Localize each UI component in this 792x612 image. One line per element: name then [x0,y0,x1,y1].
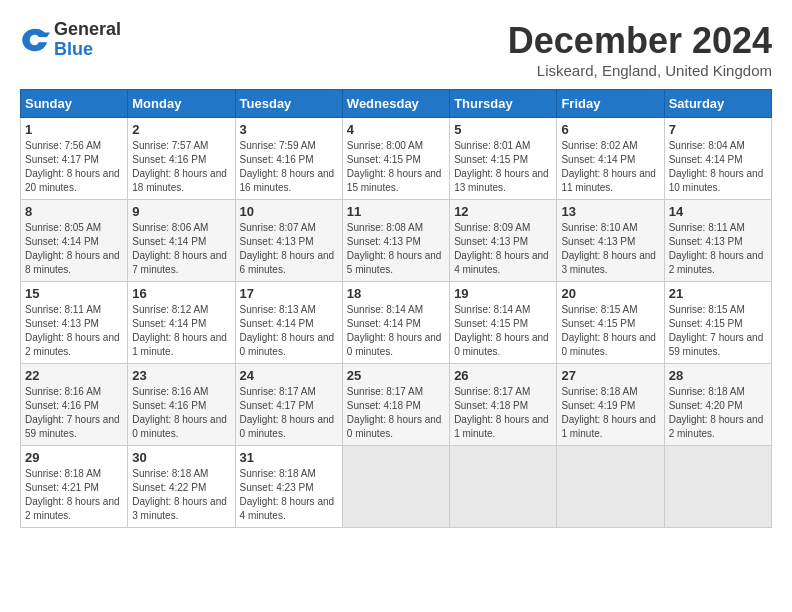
day-number: 23 [132,368,230,383]
day-cell: 13 Sunrise: 8:10 AM Sunset: 4:13 PM Dayl… [557,200,664,282]
day-cell: 30 Sunrise: 8:18 AM Sunset: 4:22 PM Dayl… [128,446,235,528]
header-day-saturday: Saturday [664,90,771,118]
day-number: 7 [669,122,767,137]
day-detail: Sunrise: 8:00 AM Sunset: 4:15 PM Dayligh… [347,139,445,195]
day-cell: 14 Sunrise: 8:11 AM Sunset: 4:13 PM Dayl… [664,200,771,282]
day-cell: 20 Sunrise: 8:15 AM Sunset: 4:15 PM Dayl… [557,282,664,364]
day-number: 4 [347,122,445,137]
day-detail: Sunrise: 8:02 AM Sunset: 4:14 PM Dayligh… [561,139,659,195]
day-number: 8 [25,204,123,219]
day-detail: Sunrise: 8:05 AM Sunset: 4:14 PM Dayligh… [25,221,123,277]
day-number: 2 [132,122,230,137]
logo: General Blue [20,20,121,60]
day-cell: 28 Sunrise: 8:18 AM Sunset: 4:20 PM Dayl… [664,364,771,446]
day-detail: Sunrise: 8:17 AM Sunset: 4:18 PM Dayligh… [347,385,445,441]
logo-text: General Blue [54,20,121,60]
day-cell: 27 Sunrise: 8:18 AM Sunset: 4:19 PM Dayl… [557,364,664,446]
week-row-4: 22 Sunrise: 8:16 AM Sunset: 4:16 PM Dayl… [21,364,772,446]
day-cell: 25 Sunrise: 8:17 AM Sunset: 4:18 PM Dayl… [342,364,449,446]
day-number: 26 [454,368,552,383]
day-cell: 31 Sunrise: 8:18 AM Sunset: 4:23 PM Dayl… [235,446,342,528]
day-cell [342,446,449,528]
day-number: 19 [454,286,552,301]
day-detail: Sunrise: 8:18 AM Sunset: 4:22 PM Dayligh… [132,467,230,523]
day-detail: Sunrise: 8:12 AM Sunset: 4:14 PM Dayligh… [132,303,230,359]
header-day-friday: Friday [557,90,664,118]
day-detail: Sunrise: 8:15 AM Sunset: 4:15 PM Dayligh… [669,303,767,359]
day-cell: 9 Sunrise: 8:06 AM Sunset: 4:14 PM Dayli… [128,200,235,282]
day-cell: 16 Sunrise: 8:12 AM Sunset: 4:14 PM Dayl… [128,282,235,364]
day-cell: 2 Sunrise: 7:57 AM Sunset: 4:16 PM Dayli… [128,118,235,200]
day-cell [664,446,771,528]
day-detail: Sunrise: 8:10 AM Sunset: 4:13 PM Dayligh… [561,221,659,277]
day-cell: 6 Sunrise: 8:02 AM Sunset: 4:14 PM Dayli… [557,118,664,200]
calendar-header: SundayMondayTuesdayWednesdayThursdayFrid… [21,90,772,118]
header-row: SundayMondayTuesdayWednesdayThursdayFrid… [21,90,772,118]
day-number: 6 [561,122,659,137]
day-cell: 5 Sunrise: 8:01 AM Sunset: 4:15 PM Dayli… [450,118,557,200]
day-number: 22 [25,368,123,383]
week-row-5: 29 Sunrise: 8:18 AM Sunset: 4:21 PM Dayl… [21,446,772,528]
day-cell: 7 Sunrise: 8:04 AM Sunset: 4:14 PM Dayli… [664,118,771,200]
day-detail: Sunrise: 8:14 AM Sunset: 4:15 PM Dayligh… [454,303,552,359]
day-cell: 17 Sunrise: 8:13 AM Sunset: 4:14 PM Dayl… [235,282,342,364]
day-number: 13 [561,204,659,219]
month-title: December 2024 [508,20,772,62]
day-number: 5 [454,122,552,137]
day-cell: 19 Sunrise: 8:14 AM Sunset: 4:15 PM Dayl… [450,282,557,364]
day-detail: Sunrise: 8:14 AM Sunset: 4:14 PM Dayligh… [347,303,445,359]
day-detail: Sunrise: 8:09 AM Sunset: 4:13 PM Dayligh… [454,221,552,277]
week-row-3: 15 Sunrise: 8:11 AM Sunset: 4:13 PM Dayl… [21,282,772,364]
title-block: December 2024 Liskeard, England, United … [508,20,772,79]
logo-icon [20,25,50,55]
day-cell [450,446,557,528]
day-detail: Sunrise: 8:11 AM Sunset: 4:13 PM Dayligh… [25,303,123,359]
day-number: 14 [669,204,767,219]
day-detail: Sunrise: 8:11 AM Sunset: 4:13 PM Dayligh… [669,221,767,277]
day-cell: 1 Sunrise: 7:56 AM Sunset: 4:17 PM Dayli… [21,118,128,200]
header-day-thursday: Thursday [450,90,557,118]
day-detail: Sunrise: 7:56 AM Sunset: 4:17 PM Dayligh… [25,139,123,195]
calendar-table: SundayMondayTuesdayWednesdayThursdayFrid… [20,89,772,528]
day-detail: Sunrise: 7:57 AM Sunset: 4:16 PM Dayligh… [132,139,230,195]
day-number: 1 [25,122,123,137]
week-row-2: 8 Sunrise: 8:05 AM Sunset: 4:14 PM Dayli… [21,200,772,282]
day-number: 3 [240,122,338,137]
day-detail: Sunrise: 8:16 AM Sunset: 4:16 PM Dayligh… [132,385,230,441]
day-detail: Sunrise: 8:18 AM Sunset: 4:20 PM Dayligh… [669,385,767,441]
day-detail: Sunrise: 7:59 AM Sunset: 4:16 PM Dayligh… [240,139,338,195]
logo-blue: Blue [54,40,121,60]
day-number: 29 [25,450,123,465]
day-detail: Sunrise: 8:17 AM Sunset: 4:17 PM Dayligh… [240,385,338,441]
day-cell: 15 Sunrise: 8:11 AM Sunset: 4:13 PM Dayl… [21,282,128,364]
day-number: 12 [454,204,552,219]
day-cell: 3 Sunrise: 7:59 AM Sunset: 4:16 PM Dayli… [235,118,342,200]
day-cell: 21 Sunrise: 8:15 AM Sunset: 4:15 PM Dayl… [664,282,771,364]
day-detail: Sunrise: 8:18 AM Sunset: 4:19 PM Dayligh… [561,385,659,441]
header-day-sunday: Sunday [21,90,128,118]
day-detail: Sunrise: 8:13 AM Sunset: 4:14 PM Dayligh… [240,303,338,359]
day-number: 20 [561,286,659,301]
calendar-body: 1 Sunrise: 7:56 AM Sunset: 4:17 PM Dayli… [21,118,772,528]
day-cell: 12 Sunrise: 8:09 AM Sunset: 4:13 PM Dayl… [450,200,557,282]
day-cell: 23 Sunrise: 8:16 AM Sunset: 4:16 PM Dayl… [128,364,235,446]
day-number: 16 [132,286,230,301]
day-number: 28 [669,368,767,383]
day-cell: 18 Sunrise: 8:14 AM Sunset: 4:14 PM Dayl… [342,282,449,364]
day-detail: Sunrise: 8:04 AM Sunset: 4:14 PM Dayligh… [669,139,767,195]
day-cell: 11 Sunrise: 8:08 AM Sunset: 4:13 PM Dayl… [342,200,449,282]
day-detail: Sunrise: 8:16 AM Sunset: 4:16 PM Dayligh… [25,385,123,441]
day-detail: Sunrise: 8:06 AM Sunset: 4:14 PM Dayligh… [132,221,230,277]
day-cell [557,446,664,528]
week-row-1: 1 Sunrise: 7:56 AM Sunset: 4:17 PM Dayli… [21,118,772,200]
day-number: 30 [132,450,230,465]
day-detail: Sunrise: 8:18 AM Sunset: 4:21 PM Dayligh… [25,467,123,523]
day-number: 18 [347,286,445,301]
day-cell: 26 Sunrise: 8:17 AM Sunset: 4:18 PM Dayl… [450,364,557,446]
day-cell: 8 Sunrise: 8:05 AM Sunset: 4:14 PM Dayli… [21,200,128,282]
day-cell: 10 Sunrise: 8:07 AM Sunset: 4:13 PM Dayl… [235,200,342,282]
day-detail: Sunrise: 8:07 AM Sunset: 4:13 PM Dayligh… [240,221,338,277]
day-detail: Sunrise: 8:18 AM Sunset: 4:23 PM Dayligh… [240,467,338,523]
header-day-monday: Monday [128,90,235,118]
day-cell: 22 Sunrise: 8:16 AM Sunset: 4:16 PM Dayl… [21,364,128,446]
